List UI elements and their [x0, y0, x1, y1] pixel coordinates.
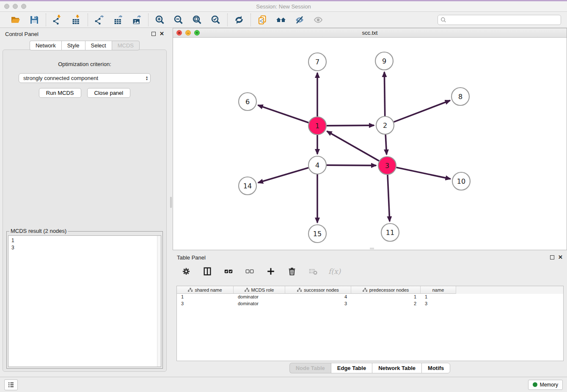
- tab-style[interactable]: Style: [61, 41, 85, 50]
- save-session-icon: [29, 15, 39, 25]
- result-scrollbar[interactable]: [157, 236, 161, 367]
- graph-node-9[interactable]: 9: [375, 52, 393, 70]
- network-close-button[interactable]: ✕: [176, 30, 182, 36]
- table-cell[interactable]: 4: [285, 294, 351, 301]
- select-stepper-icon: ▴▾: [146, 76, 148, 81]
- zoom-in-button[interactable]: [154, 14, 166, 26]
- delete-selected-button[interactable]: [286, 265, 298, 277]
- export-image-button[interactable]: [131, 14, 143, 26]
- memory-button[interactable]: Memory: [528, 380, 563, 390]
- graph-node-11[interactable]: 11: [381, 224, 399, 241]
- graph-edge-3-1[interactable]: [327, 131, 379, 161]
- svg-text:3: 3: [385, 162, 389, 170]
- graph-node-15[interactable]: 15: [308, 225, 326, 243]
- graph-node-14[interactable]: 14: [239, 177, 256, 195]
- graph-node-10[interactable]: 10: [452, 172, 470, 190]
- graph-edge-4-14[interactable]: [258, 168, 308, 182]
- graph-edge-1-6[interactable]: [258, 105, 309, 122]
- add-column-button[interactable]: [265, 265, 277, 277]
- close-panel-button[interactable]: Close panel: [87, 88, 131, 98]
- column-header-name[interactable]: name: [421, 286, 456, 294]
- tab-network[interactable]: Network: [30, 41, 61, 50]
- graph-node-3[interactable]: 3: [378, 157, 396, 174]
- graph-node-7[interactable]: 7: [308, 53, 326, 71]
- deselect-all-button[interactable]: [244, 265, 256, 277]
- open-session-button[interactable]: [10, 14, 22, 26]
- table-settings-button[interactable]: [180, 265, 192, 277]
- save-session-button[interactable]: [28, 14, 40, 26]
- hide-selected-button[interactable]: [294, 14, 306, 26]
- tab-mcds[interactable]: MCDS: [112, 41, 140, 50]
- run-mcds-button[interactable]: Run MCDS: [39, 88, 81, 98]
- graph-edge-3-11[interactable]: [388, 175, 390, 221]
- table-cell[interactable]: 1: [177, 294, 234, 301]
- clone-network-button[interactable]: [256, 14, 268, 26]
- graph-edge-3-10[interactable]: [396, 168, 451, 179]
- show-panels-button[interactable]: [4, 379, 18, 390]
- graph-edge-4-3[interactable]: [327, 165, 376, 166]
- column-header-shared-name[interactable]: shared name: [177, 286, 234, 294]
- table-cell[interactable]: dominator: [234, 294, 285, 301]
- graph-node-6[interactable]: 6: [239, 93, 256, 110]
- graph-node-2[interactable]: 2: [376, 116, 394, 134]
- column-header-predecessor-nodes[interactable]: predecessor nodes: [351, 286, 421, 294]
- mcds-result-fieldset: MCDS result (2 nodes) 1 3: [6, 231, 163, 369]
- zoom-selected-button[interactable]: [210, 14, 222, 26]
- graph-node-4[interactable]: 4: [308, 156, 326, 174]
- first-neighbors-button[interactable]: [275, 14, 287, 26]
- table-row[interactable]: 3dominator323: [177, 301, 563, 307]
- tab-node-table[interactable]: Node Table: [289, 363, 331, 373]
- table-cell[interactable]: 3: [177, 301, 234, 307]
- export-table-button[interactable]: [112, 14, 124, 26]
- control-panel-close-icon[interactable]: ✕: [160, 32, 164, 36]
- column-type-icon: [363, 288, 367, 292]
- show-all-button[interactable]: [312, 14, 324, 26]
- table-row[interactable]: 1dominator411: [177, 294, 563, 301]
- table-cell[interactable]: 3: [285, 301, 351, 307]
- control-panel-float-icon[interactable]: [151, 32, 156, 36]
- table-cell[interactable]: dominator: [234, 301, 285, 307]
- column-header-successor-nodes[interactable]: successor nodes: [285, 286, 351, 294]
- delete-table-icon: [308, 267, 318, 276]
- splitter-grip-icon[interactable]: [170, 197, 172, 208]
- tab-motifs[interactable]: Motifs: [421, 363, 450, 373]
- function-builder-button[interactable]: f(x): [328, 267, 341, 276]
- graph-edge-2-9[interactable]: [384, 72, 385, 116]
- tab-edge-table[interactable]: Edge Table: [331, 363, 372, 373]
- mcds-result-textarea[interactable]: 1 3: [8, 235, 161, 367]
- import-table-button[interactable]: [70, 14, 82, 26]
- delete-table-button[interactable]: [307, 265, 319, 277]
- graph-edge-2-3[interactable]: [385, 135, 386, 155]
- network-resize-grip[interactable]: [370, 248, 374, 249]
- table-cell[interactable]: 2: [351, 301, 421, 307]
- graph-node-1[interactable]: 1: [308, 117, 326, 135]
- toggle-columns-button[interactable]: [201, 265, 213, 277]
- table-panel-close-icon[interactable]: ✕: [558, 255, 563, 259]
- network-canvas[interactable]: 7968124314101511: [173, 38, 567, 250]
- table-panel-float-icon[interactable]: [550, 255, 554, 259]
- graph-edge-1-2[interactable]: [327, 125, 374, 126]
- table-cell[interactable]: 1: [351, 294, 421, 301]
- tab-select[interactable]: Select: [85, 41, 112, 50]
- import-network-button[interactable]: [52, 14, 63, 26]
- table-cell[interactable]: 3: [421, 301, 456, 307]
- deselect-all-icon: [245, 267, 254, 276]
- network-minimize-button[interactable]: –: [185, 30, 191, 36]
- export-network-button[interactable]: [94, 14, 105, 26]
- graph-edge-2-8[interactable]: [394, 100, 450, 122]
- select-all-icon: [224, 267, 233, 276]
- criterion-select[interactable]: strongly connected component ▴▾: [19, 73, 151, 83]
- apply-layout-button[interactable]: [233, 14, 245, 26]
- network-zoom-button[interactable]: +: [194, 30, 200, 36]
- graph-node-8[interactable]: 8: [451, 88, 469, 105]
- zoom-fit-button[interactable]: [191, 14, 203, 26]
- search-input[interactable]: [438, 15, 561, 25]
- column-header-MCDS-role[interactable]: MCDS role: [234, 286, 285, 294]
- zoom-out-button[interactable]: [173, 14, 184, 26]
- panel-splitter[interactable]: [169, 28, 173, 377]
- table-cell[interactable]: 1: [421, 294, 456, 301]
- hide-selected-icon: [295, 15, 305, 25]
- table-tabs: Node TableEdge TableNetwork TableMotifs: [173, 363, 567, 373]
- select-all-button[interactable]: [223, 265, 234, 277]
- tab-network-table[interactable]: Network Table: [372, 363, 421, 373]
